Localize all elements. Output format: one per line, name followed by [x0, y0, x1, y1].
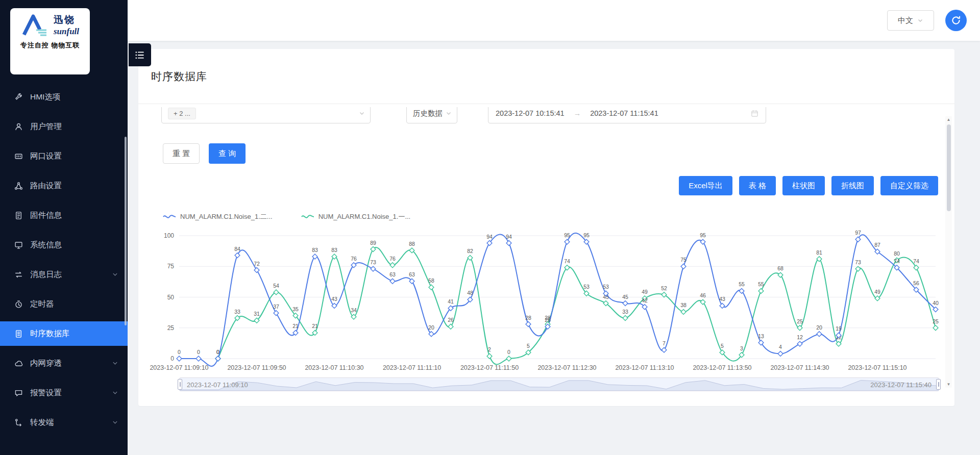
- sidebar-item-label: 网口设置: [30, 151, 62, 162]
- svg-text:46: 46: [700, 292, 706, 298]
- reset-button[interactable]: 重 置: [163, 143, 200, 164]
- logo-mark-icon: [21, 13, 51, 37]
- datazoom-right-handle[interactable]: [936, 379, 941, 390]
- datazoom-preview: [180, 378, 939, 391]
- sidebar-item-1[interactable]: HMI选项: [0, 85, 128, 109]
- tag-select[interactable]: + 2 ...: [161, 107, 371, 123]
- refresh-icon: [951, 15, 961, 26]
- firmware-icon: [14, 211, 23, 220]
- svg-text:2023-12-07 11:12:30: 2023-12-07 11:12:30: [537, 364, 596, 371]
- datazoom-slider[interactable]: 2023-12-07 11:09:10 2023-12-07 11:15:40: [179, 377, 939, 391]
- chevron-down-icon: [917, 17, 923, 23]
- svg-text:55: 55: [739, 281, 745, 287]
- svg-text:87: 87: [874, 242, 880, 248]
- chevron-down-icon: [112, 360, 118, 367]
- system-icon: [14, 241, 23, 249]
- svg-text:73: 73: [855, 259, 861, 265]
- svg-text:63: 63: [409, 271, 415, 277]
- svg-text:2023-12-07 11:14:30: 2023-12-07 11:14:30: [770, 364, 829, 371]
- language-select[interactable]: 中文: [887, 10, 934, 31]
- data-type-select[interactable]: 历史数据: [406, 107, 457, 123]
- scroll-up-icon[interactable]: ▲: [945, 117, 952, 122]
- svg-text:83: 83: [312, 247, 318, 253]
- scrollbar-thumb[interactable]: [947, 124, 951, 211]
- svg-text:20: 20: [428, 324, 434, 331]
- svg-text:56: 56: [913, 280, 919, 286]
- svg-text:28: 28: [525, 315, 531, 321]
- brand-name-cn: 迅饶: [54, 13, 79, 27]
- sidebar-item-5[interactable]: 固件信息: [0, 203, 128, 228]
- sidebar-scrollbar[interactable]: [125, 137, 127, 325]
- svg-text:42: 42: [642, 297, 648, 304]
- scroll-down-icon[interactable]: ▼: [945, 382, 952, 387]
- sidebar-item-11[interactable]: 报警设置: [0, 381, 128, 405]
- svg-text:26: 26: [545, 317, 551, 323]
- svg-text:58: 58: [428, 277, 434, 284]
- sidebar-item-2[interactable]: 用户管理: [0, 114, 128, 139]
- sidebar-item-9[interactable]: 时序数据库: [0, 321, 128, 346]
- sidebar-item-4[interactable]: 路由设置: [0, 173, 128, 198]
- svg-text:2: 2: [488, 346, 491, 352]
- svg-text:31: 31: [254, 311, 260, 317]
- bar-chart-button[interactable]: 柱状图: [782, 176, 825, 195]
- sidebar-collapse-button[interactable]: [129, 43, 151, 66]
- page-title: 时序数据库: [151, 69, 207, 84]
- svg-text:37: 37: [273, 304, 279, 310]
- svg-text:43: 43: [331, 296, 337, 302]
- svg-text:54: 54: [273, 283, 279, 289]
- alarm-icon: [14, 389, 23, 397]
- svg-text:74: 74: [894, 258, 900, 264]
- top-header: 中文: [128, 0, 980, 41]
- card-scrollbar[interactable]: ▲ ▼: [945, 116, 952, 388]
- svg-text:7: 7: [663, 340, 666, 346]
- line-series-icon: [163, 214, 176, 220]
- sidebar-item-8[interactable]: 定时器: [0, 292, 128, 316]
- svg-text:21: 21: [312, 323, 318, 329]
- legend-item-2[interactable]: NUM_ALARM.C1.Noise_1.一...: [301, 212, 411, 221]
- sidebar-item-10[interactable]: 内网穿透: [0, 351, 128, 375]
- brand-name-en: sunfull: [54, 27, 79, 37]
- excel-export-button[interactable]: Excel导出: [679, 176, 732, 195]
- line-chart: 02550751002023-12-07 11:09:102023-12-07 …: [150, 229, 940, 377]
- query-button[interactable]: 查 询: [209, 143, 246, 164]
- svg-text:35: 35: [292, 306, 299, 312]
- svg-text:97: 97: [855, 230, 861, 236]
- sidebar-item-3[interactable]: 网口设置: [0, 144, 128, 168]
- datazoom-left-handle[interactable]: [178, 379, 182, 390]
- start-date-value: 2023-12-07 10:15:41: [496, 109, 565, 117]
- svg-text:4: 4: [779, 344, 782, 350]
- svg-text:45: 45: [622, 294, 628, 300]
- svg-text:38: 38: [680, 302, 687, 308]
- end-date-value: 2023-12-07 11:15:41: [590, 109, 658, 117]
- svg-text:83: 83: [331, 247, 337, 253]
- svg-text:33: 33: [234, 309, 240, 315]
- svg-text:50: 50: [167, 294, 175, 301]
- svg-text:75: 75: [167, 263, 175, 270]
- sidebar-item-6[interactable]: 系统信息: [0, 233, 128, 257]
- date-range-picker[interactable]: 2023-12-07 10:15:41 → 2023-12-07 11:15:4…: [488, 107, 766, 123]
- svg-text:0: 0: [197, 349, 200, 355]
- svg-text:95: 95: [583, 232, 590, 238]
- svg-text:53: 53: [583, 284, 590, 290]
- sidebar-item-12[interactable]: 转发端: [0, 410, 128, 435]
- datazoom-start-label: 2023-12-07 11:09:10: [187, 381, 248, 388]
- svg-text:95: 95: [564, 232, 570, 238]
- svg-text:41: 41: [448, 298, 454, 305]
- svg-text:53: 53: [603, 284, 609, 290]
- svg-text:5: 5: [721, 343, 724, 349]
- svg-text:40: 40: [933, 300, 939, 306]
- timer-icon: [14, 300, 23, 309]
- network-port-icon: [14, 152, 23, 161]
- svg-text:25: 25: [933, 318, 939, 324]
- svg-text:3: 3: [740, 345, 743, 351]
- svg-text:0: 0: [170, 355, 174, 362]
- line-chart-button[interactable]: 折线图: [831, 176, 874, 195]
- table-button[interactable]: 表 格: [739, 176, 776, 195]
- sidebar-item-label: 系统信息: [30, 240, 62, 250]
- chevron-down-icon: [359, 110, 365, 116]
- sidebar-item-7[interactable]: 消息日志: [0, 262, 128, 287]
- refresh-button[interactable]: [945, 10, 967, 31]
- legend-item-1[interactable]: NUM_ALARM.C1.Noise_1.二...: [163, 212, 273, 221]
- svg-text:94: 94: [506, 234, 512, 240]
- custom-filter-button[interactable]: 自定义筛选: [880, 176, 938, 195]
